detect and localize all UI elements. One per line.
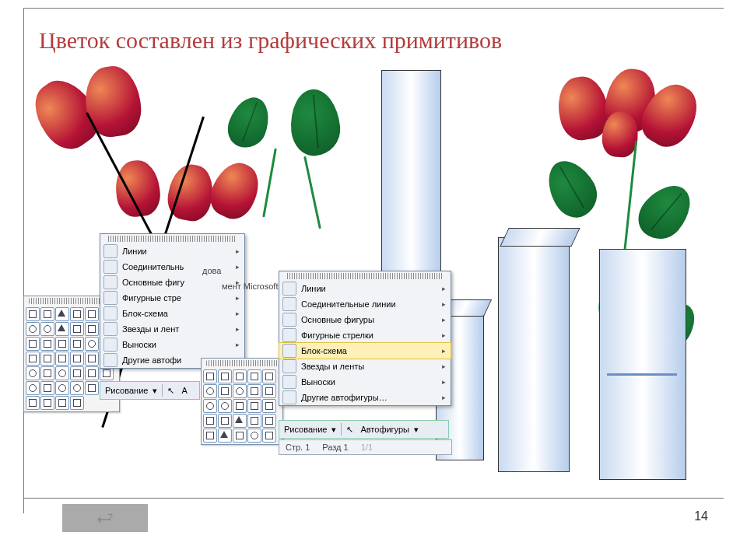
shape-category-icon (282, 328, 296, 342)
autoshapes-menu-2[interactable]: Линии▸Соединительные линии▸Основные фигу… (279, 271, 451, 406)
stem (262, 148, 277, 217)
petal (204, 156, 267, 225)
menu-item-label: Соединительные линии (301, 299, 396, 309)
menu-item[interactable]: Линии▸ (279, 281, 451, 296)
shape-category-icon (282, 313, 296, 327)
frame-top (23, 8, 724, 9)
draw-menu[interactable]: Рисование (105, 386, 148, 395)
shape-category-icon (282, 344, 296, 358)
submenu-arrow-icon: ▸ (236, 247, 240, 255)
menu-item-label: Фигурные стрелки (301, 331, 374, 340)
slide-title: Цветок составлен из графических примитив… (39, 27, 502, 54)
menu-item[interactable]: Звезды и ленты▸ (279, 359, 451, 374)
menu-grip[interactable] (108, 236, 237, 242)
menu-item-label: Фигурные стре (122, 293, 181, 303)
shape-category-icon (282, 390, 296, 404)
submenu-arrow-icon: ▸ (442, 378, 446, 386)
autoshapes-menu-1[interactable]: Линии▸Соединительнь▸Основные фигу▸Фигурн… (100, 233, 245, 369)
menu-item-label: Блок-схема (301, 346, 347, 355)
page-number: 14 (694, 509, 708, 523)
word-hint: дова (202, 266, 221, 275)
menu-item-label: Соединительнь (122, 262, 184, 271)
menu-item-label: Звезды и ленты (301, 362, 364, 371)
footer-rule (23, 498, 724, 499)
menu-item-label: Основные фигу (122, 278, 184, 287)
menu-item-label: Другие автофигуры… (301, 393, 388, 402)
menu-item-label: Линии (301, 284, 326, 293)
autoshapes-short[interactable]: А (181, 386, 187, 395)
menu-item[interactable]: Соединительные линии▸ (279, 296, 451, 312)
palette-grip[interactable] (206, 360, 278, 366)
shape-category-icon (282, 297, 296, 311)
pointer-icon[interactable]: ↖ (167, 386, 177, 395)
slide: Цветок составлен из графических примитив… (0, 0, 747, 560)
submenu-arrow-icon: ▸ (442, 316, 446, 324)
prism-top (500, 228, 580, 247)
water-line (607, 373, 677, 376)
draw-menu[interactable]: Рисование (284, 425, 327, 434)
word-status-bar: Стр. 1 Разд 1 1/1 (279, 439, 452, 455)
menu-item-label: Линии (122, 247, 147, 256)
status-page: Стр. 1 (286, 443, 310, 452)
menu-item-label: Выноски (301, 377, 335, 387)
leaf (630, 175, 701, 248)
submenu-arrow-icon: ▸ (442, 347, 446, 355)
leaf (223, 92, 276, 153)
menu-item-label: Звезды и лент (122, 324, 179, 334)
u-turn-icon: ⮐ (96, 508, 114, 528)
pointer-icon[interactable]: ↖ (346, 425, 356, 434)
drawing-toolbar-2[interactable]: Рисование▾ ↖ Автофигуры▾ (279, 420, 449, 439)
menu-item[interactable]: Блок-схема▸ (279, 343, 451, 359)
menu-item[interactable]: Соединительнь▸ (100, 259, 244, 275)
shape-category-icon (103, 291, 117, 305)
menu-item-label: Выноски (122, 340, 156, 349)
frame-left (23, 8, 24, 513)
menu-item[interactable]: Другие автофигуры…▸ (279, 390, 451, 405)
menu-item[interactable]: Выноски▸ (279, 374, 451, 390)
menu-item[interactable]: Линии▸ (100, 243, 244, 259)
stem (303, 156, 321, 229)
submenu-arrow-icon: ▸ (442, 362, 446, 370)
menu-item[interactable]: Звезды и лент▸ (100, 321, 244, 337)
menu-item-label: Другие автофи (122, 355, 181, 365)
leaf (288, 87, 342, 158)
word-hint: мент Microsoft (222, 282, 278, 291)
menu-item-label: Основные фигуры (301, 315, 374, 324)
autoshapes-menu-button[interactable]: Автофигуры (360, 425, 409, 434)
shape-category-icon (282, 282, 296, 296)
prism (498, 237, 570, 472)
submenu-arrow-icon: ▸ (442, 394, 446, 401)
shape-category-icon (103, 306, 117, 320)
glass-vase (599, 249, 686, 480)
menu-item[interactable]: Блок-схема▸ (100, 306, 244, 321)
cylinder (381, 70, 441, 285)
shape-category-icon (282, 359, 296, 373)
submenu-arrow-icon: ▸ (442, 285, 446, 292)
shape-category-icon (103, 244, 117, 258)
menu-grip[interactable] (287, 273, 443, 279)
submenu-arrow-icon: ▸ (236, 263, 240, 271)
shape-category-icon (103, 260, 117, 274)
shape-category-icon (103, 353, 117, 367)
menu-item[interactable]: Выноски▸ (100, 337, 244, 352)
submenu-arrow-icon: ▸ (236, 310, 240, 317)
menu-item[interactable]: Основные фигуры▸ (279, 312, 451, 327)
submenu-arrow-icon: ▸ (442, 300, 446, 308)
shape-category-icon (282, 375, 296, 389)
submenu-arrow-icon: ▸ (442, 331, 446, 339)
submenu-arrow-icon: ▸ (236, 341, 240, 348)
leaf (538, 152, 605, 226)
status-pages: 1/1 (361, 443, 373, 452)
menu-item[interactable]: Фигурные стре▸ (100, 290, 244, 306)
shapes-palette-flowchart[interactable] (201, 358, 283, 445)
submenu-arrow-icon: ▸ (236, 294, 240, 302)
shape-category-icon (103, 275, 117, 289)
menu-item[interactable]: Фигурные стрелки▸ (279, 327, 451, 343)
shape-category-icon (103, 338, 117, 352)
menu-item-label: Блок-схема (122, 309, 168, 318)
status-section: Разд 1 (322, 443, 348, 452)
back-button[interactable]: ⮐ (62, 504, 148, 532)
drawing-toolbar-1[interactable]: Рисование▾ ↖ А (100, 381, 200, 400)
submenu-arrow-icon: ▸ (236, 325, 240, 333)
shape-category-icon (103, 322, 117, 336)
